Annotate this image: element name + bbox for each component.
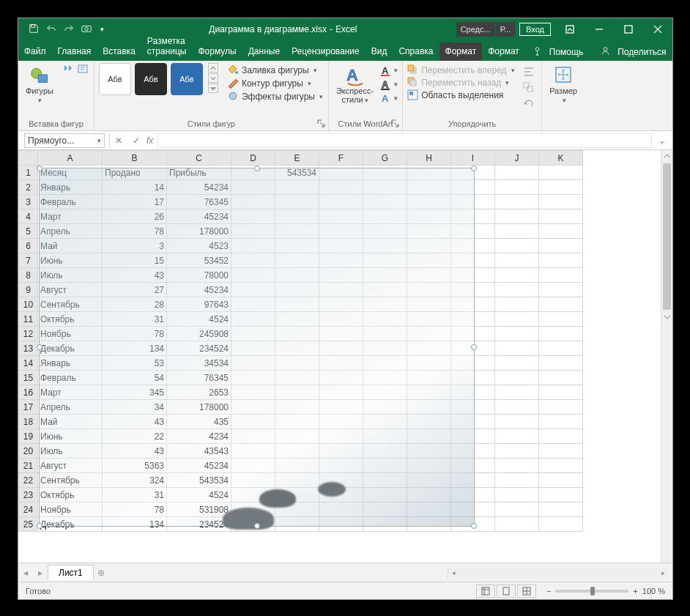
cell[interactable]: [451, 253, 495, 268]
fx-icon[interactable]: fx: [146, 136, 153, 146]
tab-view[interactable]: Вид: [366, 42, 393, 61]
cell[interactable]: [319, 268, 363, 283]
cell[interactable]: [275, 209, 319, 224]
cell[interactable]: [539, 224, 583, 239]
cell[interactable]: 54234: [167, 180, 231, 195]
cell[interactable]: [319, 224, 363, 239]
row-header[interactable]: 3: [19, 195, 38, 209]
cell[interactable]: Июнь: [38, 429, 103, 444]
row-header[interactable]: 20: [19, 444, 38, 459]
cell[interactable]: [539, 283, 583, 297]
zoom-level[interactable]: 100 %: [642, 587, 665, 595]
cell[interactable]: [275, 239, 319, 253]
vertical-scrollbar[interactable]: [661, 150, 672, 563]
cell[interactable]: 26: [103, 209, 167, 224]
cell[interactable]: [451, 502, 495, 517]
cell[interactable]: [539, 312, 583, 327]
cell[interactable]: [231, 239, 275, 253]
tab-layout[interactable]: Разметка страницы: [141, 32, 193, 61]
cancel-formula-icon[interactable]: ✕: [110, 136, 127, 146]
gallery-more-icon[interactable]: [208, 84, 218, 93]
row-header[interactable]: 11: [19, 312, 38, 327]
cell[interactable]: [539, 459, 583, 473]
cell[interactable]: [319, 297, 363, 312]
col-header[interactable]: K: [539, 151, 583, 166]
cell[interactable]: [275, 502, 319, 517]
cell[interactable]: Январь: [38, 180, 103, 195]
cell[interactable]: [495, 488, 539, 502]
cell[interactable]: [319, 488, 363, 502]
cell[interactable]: [539, 327, 583, 341]
name-box[interactable]: Прямоуго...▾: [24, 133, 105, 148]
cell[interactable]: 43: [103, 415, 167, 429]
cell[interactable]: [407, 502, 451, 517]
cell[interactable]: 5363: [103, 459, 167, 473]
cell[interactable]: 43: [103, 444, 167, 459]
new-sheet-icon[interactable]: ⊕: [94, 568, 108, 578]
cell[interactable]: [363, 371, 407, 385]
close-icon[interactable]: [643, 18, 672, 40]
cell[interactable]: [275, 283, 319, 297]
row-header[interactable]: 14: [19, 356, 38, 371]
cell[interactable]: [231, 180, 275, 195]
cell[interactable]: Февраль: [38, 195, 103, 209]
tab-insert[interactable]: Вставка: [97, 42, 141, 61]
cell[interactable]: [451, 166, 495, 180]
cell[interactable]: [275, 224, 319, 239]
cell[interactable]: [407, 356, 451, 371]
cell[interactable]: [363, 459, 407, 473]
gallery-up-icon[interactable]: [208, 63, 218, 73]
cell[interactable]: [319, 385, 363, 400]
cell[interactable]: Декабрь: [38, 341, 103, 356]
cell[interactable]: [539, 429, 583, 444]
cell[interactable]: [539, 385, 583, 400]
cell[interactable]: 76345: [167, 195, 231, 209]
tellme-icon[interactable]: [533, 46, 542, 58]
cell[interactable]: [319, 283, 363, 297]
col-header[interactable]: J: [495, 151, 539, 166]
col-header[interactable]: H: [407, 151, 451, 166]
cell[interactable]: [407, 327, 451, 341]
cell[interactable]: [495, 429, 539, 444]
cell[interactable]: 178000: [167, 224, 231, 239]
dialog-launcher-icon[interactable]: [391, 119, 399, 127]
cell[interactable]: [539, 517, 583, 532]
cell[interactable]: [231, 283, 275, 297]
contextual-tab-tools[interactable]: Средс...: [456, 22, 495, 37]
cell[interactable]: 53452: [167, 253, 231, 268]
cell[interactable]: [451, 268, 495, 283]
cell[interactable]: 3: [103, 239, 167, 253]
cell[interactable]: [319, 502, 363, 517]
cell[interactable]: [363, 239, 407, 253]
cell[interactable]: [319, 459, 363, 473]
cell[interactable]: [363, 400, 407, 415]
cell[interactable]: 34: [103, 400, 167, 415]
cell[interactable]: [495, 502, 539, 517]
row-header[interactable]: 1: [19, 166, 38, 180]
col-header[interactable]: E: [275, 151, 319, 166]
cell-grid[interactable]: ABCDEFGHIJK1МесяцПроданоПрибыль5435342Ян…: [18, 150, 661, 563]
cell[interactable]: [319, 253, 363, 268]
cell[interactable]: [231, 341, 275, 356]
ribbon-options-icon[interactable]: [555, 18, 585, 40]
cell[interactable]: 53: [103, 356, 167, 371]
text-effects-button[interactable]: A▾: [380, 92, 398, 104]
cell[interactable]: [495, 209, 539, 224]
cell[interactable]: 97643: [167, 297, 231, 312]
cell[interactable]: [451, 327, 495, 341]
cell[interactable]: [363, 180, 407, 195]
cell[interactable]: [231, 371, 275, 385]
cell[interactable]: [275, 253, 319, 268]
cell[interactable]: [319, 195, 363, 209]
cell[interactable]: [495, 517, 539, 532]
zoom-out-icon[interactable]: −: [546, 587, 551, 595]
cell[interactable]: [231, 429, 275, 444]
cell[interactable]: 17: [103, 195, 167, 209]
tab-file[interactable]: Файл: [18, 42, 52, 61]
cell[interactable]: Апрель: [38, 400, 103, 415]
textbox-icon[interactable]: [76, 63, 89, 75]
cell[interactable]: [495, 224, 539, 239]
cell[interactable]: [275, 415, 319, 429]
cell[interactable]: [275, 312, 319, 327]
cell[interactable]: [319, 400, 363, 415]
